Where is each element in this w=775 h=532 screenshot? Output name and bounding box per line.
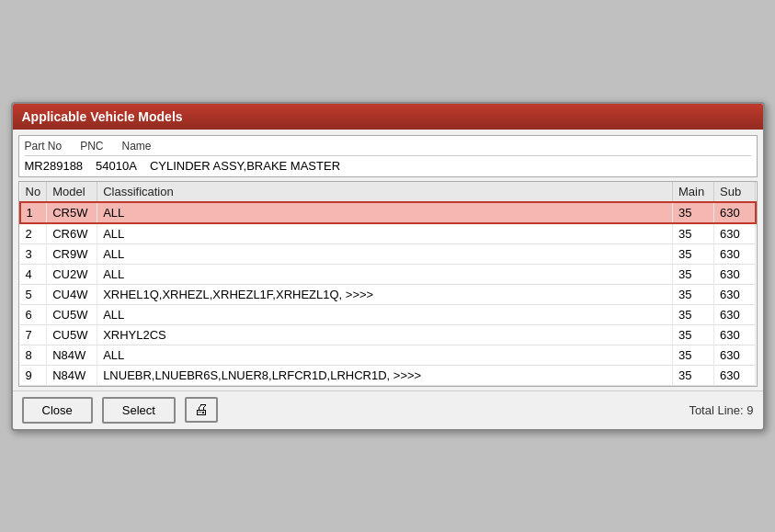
cell-classification: ALL xyxy=(97,264,673,284)
table-row[interactable]: 4CU2WALL35630 xyxy=(20,264,756,284)
cell-sub: 630 xyxy=(714,284,756,304)
cell-main: 35 xyxy=(673,304,714,324)
cell-classification: XRHYL2CS xyxy=(97,324,673,345)
cell-classification: XRHEL1Q,XRHEZL,XRHEZL1F,XRHEZL1Q, >>>> xyxy=(97,284,673,304)
print-icon: 🖨 xyxy=(194,402,209,418)
col-header-sub: Sub xyxy=(714,182,756,202)
cell-sub: 630 xyxy=(714,243,756,264)
name-header: Name xyxy=(122,140,152,153)
cell-no: 8 xyxy=(20,345,47,365)
cell-main: 35 xyxy=(673,202,714,223)
cell-model: CU2W xyxy=(47,264,97,284)
cell-main: 35 xyxy=(673,365,714,385)
table-header-row: No Model Classification Main Sub xyxy=(20,182,756,202)
cell-no: 2 xyxy=(20,223,47,244)
cell-no: 7 xyxy=(20,324,47,345)
col-header-main: Main xyxy=(673,182,714,202)
cell-main: 35 xyxy=(673,243,714,264)
col-header-no: No xyxy=(20,182,47,202)
cell-sub: 630 xyxy=(714,264,756,284)
part-no-header: Part No xyxy=(25,140,63,153)
table-row[interactable]: 8N84WALL35630 xyxy=(20,345,756,365)
table-row[interactable]: 9N84WLNUEBR,LNUEBR6S,LNUER8,LRFCR1D,LRHC… xyxy=(20,365,756,385)
cell-model: CU5W xyxy=(47,324,97,345)
footer: Close Select 🖨 Total Line: 9 xyxy=(13,391,763,429)
cell-main: 35 xyxy=(673,324,714,345)
table-row[interactable]: 7CU5WXRHYL2CS35630 xyxy=(20,324,756,345)
cell-sub: 630 xyxy=(714,223,756,244)
cell-model: CU4W xyxy=(47,284,97,304)
cell-classification: ALL xyxy=(97,202,673,223)
table-body: 1CR5WALL356302CR6WALL356303CR9WALL356304… xyxy=(20,202,756,386)
cell-sub: 630 xyxy=(714,324,756,345)
select-button[interactable]: Select xyxy=(102,397,176,424)
table-row[interactable]: 5CU4WXRHEL1Q,XRHEZL,XRHEZL1F,XRHEZL1Q, >… xyxy=(20,284,756,304)
part-info-section: Part No PNC Name MR289188 54010A CYLINDE… xyxy=(18,135,758,177)
cell-no: 1 xyxy=(20,202,47,223)
cell-no: 4 xyxy=(20,264,47,284)
cell-classification: LNUEBR,LNUEBR6S,LNUER8,LRFCR1D,LRHCR1D, … xyxy=(97,365,673,385)
cell-no: 3 xyxy=(20,243,47,264)
cell-no: 6 xyxy=(20,304,47,324)
part-no-value: MR289188 xyxy=(25,159,84,173)
table-row[interactable]: 1CR5WALL35630 xyxy=(20,202,756,223)
cell-main: 35 xyxy=(673,345,714,365)
cell-classification: ALL xyxy=(97,345,673,365)
close-button[interactable]: Close xyxy=(22,397,93,424)
pnc-header: PNC xyxy=(80,140,103,153)
cell-sub: 630 xyxy=(714,202,756,223)
part-info-values: MR289188 54010A CYLINDER ASSY,BRAKE MAST… xyxy=(25,159,751,173)
cell-model: N84W xyxy=(47,345,97,365)
cell-classification: ALL xyxy=(97,243,673,264)
cell-model: N84W xyxy=(47,365,97,385)
cell-classification: ALL xyxy=(97,304,673,324)
table-row[interactable]: 3CR9WALL35630 xyxy=(20,243,756,264)
col-header-model: Model xyxy=(47,182,97,202)
dialog-title: Applicable Vehicle Models xyxy=(22,109,183,124)
col-header-classification: Classification xyxy=(97,182,673,202)
cell-classification: ALL xyxy=(97,223,673,244)
pnc-value: 54010A xyxy=(96,159,137,173)
total-line-label: Total Line: 9 xyxy=(689,403,753,417)
cell-no: 9 xyxy=(20,365,47,385)
print-button[interactable]: 🖨 xyxy=(185,397,218,423)
cell-main: 35 xyxy=(673,284,714,304)
cell-sub: 630 xyxy=(714,345,756,365)
cell-sub: 630 xyxy=(714,304,756,324)
dialog-container: Applicable Vehicle Models Part No PNC Na… xyxy=(11,102,765,431)
title-bar: Applicable Vehicle Models xyxy=(13,104,763,130)
cell-main: 35 xyxy=(673,264,714,284)
table-row[interactable]: 6CU5WALL35630 xyxy=(20,304,756,324)
vehicle-models-table: No Model Classification Main Sub 1CR5WAL… xyxy=(19,182,757,386)
cell-main: 35 xyxy=(673,223,714,244)
name-value: CYLINDER ASSY,BRAKE MASTER xyxy=(150,159,340,173)
cell-model: CR5W xyxy=(47,202,97,223)
cell-model: CU5W xyxy=(47,304,97,324)
table-row[interactable]: 2CR6WALL35630 xyxy=(20,223,756,244)
vehicle-models-table-section: No Model Classification Main Sub 1CR5WAL… xyxy=(18,181,758,387)
part-info-header: Part No PNC Name xyxy=(25,140,751,156)
cell-no: 5 xyxy=(20,284,47,304)
cell-model: CR6W xyxy=(47,223,97,244)
cell-sub: 630 xyxy=(714,365,756,385)
cell-model: CR9W xyxy=(47,243,97,264)
